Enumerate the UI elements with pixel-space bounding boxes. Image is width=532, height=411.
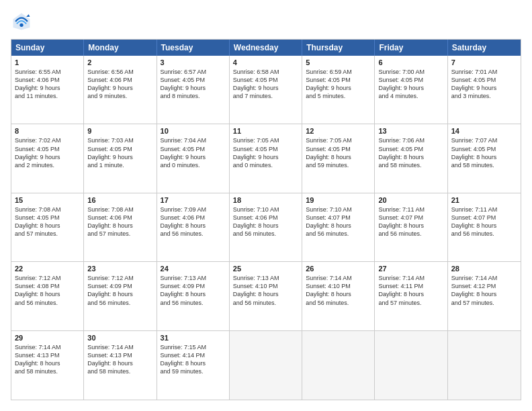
day-header-thursday: Thursday bbox=[302, 40, 375, 56]
cell-info: Sunrise: 7:04 AMSunset: 4:05 PMDaylight:… bbox=[161, 136, 226, 169]
day-number: 25 bbox=[233, 265, 298, 273]
calendar-cell: 16Sunrise: 7:08 AMSunset: 4:06 PMDayligh… bbox=[84, 193, 157, 261]
day-number: 19 bbox=[306, 196, 371, 204]
cell-info: Sunrise: 7:02 AMSunset: 4:05 PMDaylight:… bbox=[15, 136, 80, 169]
cell-info: Sunrise: 7:03 AMSunset: 4:05 PMDaylight:… bbox=[87, 136, 152, 169]
calendar-cell: 10Sunrise: 7:04 AMSunset: 4:05 PMDayligh… bbox=[157, 124, 230, 192]
cell-info: Sunrise: 7:10 AMSunset: 4:06 PMDaylight:… bbox=[233, 205, 298, 238]
day-header-monday: Monday bbox=[84, 40, 157, 56]
day-number: 4 bbox=[233, 58, 298, 66]
day-number: 15 bbox=[15, 196, 80, 204]
cell-info: Sunrise: 6:56 AMSunset: 4:06 PMDaylight:… bbox=[87, 68, 152, 101]
calendar-cell: 23Sunrise: 7:12 AMSunset: 4:09 PMDayligh… bbox=[84, 262, 157, 330]
calendar-row-3: 15Sunrise: 7:08 AMSunset: 4:05 PMDayligh… bbox=[11, 193, 521, 262]
svg-point-2 bbox=[19, 24, 23, 27]
calendar: SundayMondayTuesdayWednesdayThursdayFrid… bbox=[11, 39, 521, 400]
calendar-row-5: 29Sunrise: 7:14 AMSunset: 4:13 PMDayligh… bbox=[11, 331, 521, 400]
calendar-cell: 14Sunrise: 7:07 AMSunset: 4:05 PMDayligh… bbox=[448, 124, 521, 192]
calendar-cell: 4Sunrise: 6:58 AMSunset: 4:05 PMDaylight… bbox=[230, 56, 302, 124]
cell-info: Sunrise: 7:08 AMSunset: 4:06 PMDaylight:… bbox=[87, 205, 152, 238]
day-number: 6 bbox=[378, 58, 443, 66]
cell-info: Sunrise: 7:12 AMSunset: 4:08 PMDaylight:… bbox=[15, 274, 80, 307]
day-number: 28 bbox=[451, 265, 517, 273]
calendar-cell: 20Sunrise: 7:11 AMSunset: 4:07 PMDayligh… bbox=[375, 193, 447, 261]
day-number: 21 bbox=[451, 196, 517, 204]
day-number: 24 bbox=[161, 265, 226, 273]
cell-info: Sunrise: 7:01 AMSunset: 4:05 PMDaylight:… bbox=[451, 68, 517, 101]
cell-info: Sunrise: 6:57 AMSunset: 4:05 PMDaylight:… bbox=[161, 68, 226, 101]
calendar-cell: 7Sunrise: 7:01 AMSunset: 4:05 PMDaylight… bbox=[448, 56, 521, 124]
calendar-row-4: 22Sunrise: 7:12 AMSunset: 4:08 PMDayligh… bbox=[11, 262, 521, 330]
calendar-cell: 25Sunrise: 7:13 AMSunset: 4:10 PMDayligh… bbox=[230, 262, 302, 330]
calendar-cell: 31Sunrise: 7:15 AMSunset: 4:14 PMDayligh… bbox=[157, 331, 230, 400]
cell-info: Sunrise: 7:13 AMSunset: 4:09 PMDaylight:… bbox=[161, 274, 226, 307]
day-number: 9 bbox=[87, 127, 152, 135]
cell-info: Sunrise: 7:09 AMSunset: 4:06 PMDaylight:… bbox=[161, 205, 226, 238]
calendar-cell: 29Sunrise: 7:14 AMSunset: 4:13 PMDayligh… bbox=[11, 331, 84, 400]
calendar-cell: 17Sunrise: 7:09 AMSunset: 4:06 PMDayligh… bbox=[157, 193, 230, 261]
calendar-cell: 3Sunrise: 6:57 AMSunset: 4:05 PMDaylight… bbox=[157, 56, 230, 124]
header bbox=[11, 11, 521, 32]
day-number: 16 bbox=[87, 196, 152, 204]
calendar-header-row: SundayMondayTuesdayWednesdayThursdayFrid… bbox=[11, 40, 521, 56]
day-header-sunday: Sunday bbox=[11, 40, 84, 56]
calendar-cell: 28Sunrise: 7:14 AMSunset: 4:12 PMDayligh… bbox=[448, 262, 521, 330]
calendar-cell: 8Sunrise: 7:02 AMSunset: 4:05 PMDaylight… bbox=[11, 124, 84, 192]
calendar-cell: 6Sunrise: 7:00 AMSunset: 4:05 PMDaylight… bbox=[375, 56, 447, 124]
cell-info: Sunrise: 7:14 AMSunset: 4:13 PMDaylight:… bbox=[15, 343, 80, 376]
calendar-cell bbox=[302, 331, 375, 400]
day-number: 31 bbox=[161, 334, 226, 342]
calendar-row-2: 8Sunrise: 7:02 AMSunset: 4:05 PMDaylight… bbox=[11, 124, 521, 193]
calendar-cell: 15Sunrise: 7:08 AMSunset: 4:05 PMDayligh… bbox=[11, 193, 84, 261]
calendar-cell bbox=[230, 331, 302, 400]
day-number: 13 bbox=[378, 127, 443, 135]
calendar-cell: 12Sunrise: 7:05 AMSunset: 4:05 PMDayligh… bbox=[302, 124, 375, 192]
calendar-row-1: 1Sunrise: 6:55 AMSunset: 4:06 PMDaylight… bbox=[11, 56, 521, 124]
cell-info: Sunrise: 7:11 AMSunset: 4:07 PMDaylight:… bbox=[451, 205, 517, 238]
day-number: 17 bbox=[161, 196, 226, 204]
day-number: 23 bbox=[87, 265, 152, 273]
calendar-cell: 26Sunrise: 7:14 AMSunset: 4:10 PMDayligh… bbox=[302, 262, 375, 330]
cell-info: Sunrise: 6:55 AMSunset: 4:06 PMDaylight:… bbox=[15, 68, 80, 101]
day-number: 5 bbox=[306, 58, 371, 66]
day-number: 8 bbox=[15, 127, 80, 135]
day-number: 14 bbox=[451, 127, 517, 135]
cell-info: Sunrise: 7:13 AMSunset: 4:10 PMDaylight:… bbox=[233, 274, 298, 307]
day-number: 26 bbox=[306, 265, 371, 273]
cell-info: Sunrise: 7:12 AMSunset: 4:09 PMDaylight:… bbox=[87, 274, 152, 307]
day-number: 18 bbox=[233, 196, 298, 204]
calendar-cell: 11Sunrise: 7:05 AMSunset: 4:05 PMDayligh… bbox=[230, 124, 302, 192]
calendar-cell: 1Sunrise: 6:55 AMSunset: 4:06 PMDaylight… bbox=[11, 56, 84, 124]
calendar-cell bbox=[375, 331, 447, 400]
cell-info: Sunrise: 7:05 AMSunset: 4:05 PMDaylight:… bbox=[306, 136, 371, 169]
calendar-cell: 24Sunrise: 7:13 AMSunset: 4:09 PMDayligh… bbox=[157, 262, 230, 330]
day-number: 2 bbox=[87, 58, 152, 66]
calendar-cell: 19Sunrise: 7:10 AMSunset: 4:07 PMDayligh… bbox=[302, 193, 375, 261]
cell-info: Sunrise: 7:06 AMSunset: 4:05 PMDaylight:… bbox=[378, 136, 443, 169]
day-number: 20 bbox=[378, 196, 443, 204]
calendar-cell: 5Sunrise: 6:59 AMSunset: 4:05 PMDaylight… bbox=[302, 56, 375, 124]
day-number: 27 bbox=[378, 265, 443, 273]
cell-info: Sunrise: 7:08 AMSunset: 4:05 PMDaylight:… bbox=[15, 205, 80, 238]
cell-info: Sunrise: 7:11 AMSunset: 4:07 PMDaylight:… bbox=[378, 205, 443, 238]
cell-info: Sunrise: 7:14 AMSunset: 4:10 PMDaylight:… bbox=[306, 274, 371, 307]
cell-info: Sunrise: 7:07 AMSunset: 4:05 PMDaylight:… bbox=[451, 136, 517, 169]
day-number: 22 bbox=[15, 265, 80, 273]
day-number: 7 bbox=[451, 58, 517, 66]
cell-info: Sunrise: 7:10 AMSunset: 4:07 PMDaylight:… bbox=[306, 205, 371, 238]
day-number: 12 bbox=[306, 127, 371, 135]
logo-icon bbox=[11, 11, 32, 32]
calendar-cell: 22Sunrise: 7:12 AMSunset: 4:08 PMDayligh… bbox=[11, 262, 84, 330]
calendar-cell: 18Sunrise: 7:10 AMSunset: 4:06 PMDayligh… bbox=[230, 193, 302, 261]
day-header-saturday: Saturday bbox=[448, 40, 521, 56]
calendar-cell: 2Sunrise: 6:56 AMSunset: 4:06 PMDaylight… bbox=[84, 56, 157, 124]
logo bbox=[11, 11, 35, 32]
cell-info: Sunrise: 6:58 AMSunset: 4:05 PMDaylight:… bbox=[233, 68, 298, 101]
day-header-wednesday: Wednesday bbox=[230, 40, 302, 56]
calendar-body: 1Sunrise: 6:55 AMSunset: 4:06 PMDaylight… bbox=[11, 56, 521, 400]
day-number: 10 bbox=[161, 127, 226, 135]
cell-info: Sunrise: 7:00 AMSunset: 4:05 PMDaylight:… bbox=[378, 68, 443, 101]
calendar-cell: 21Sunrise: 7:11 AMSunset: 4:07 PMDayligh… bbox=[448, 193, 521, 261]
calendar-cell: 13Sunrise: 7:06 AMSunset: 4:05 PMDayligh… bbox=[375, 124, 447, 192]
cell-info: Sunrise: 6:59 AMSunset: 4:05 PMDaylight:… bbox=[306, 68, 371, 101]
